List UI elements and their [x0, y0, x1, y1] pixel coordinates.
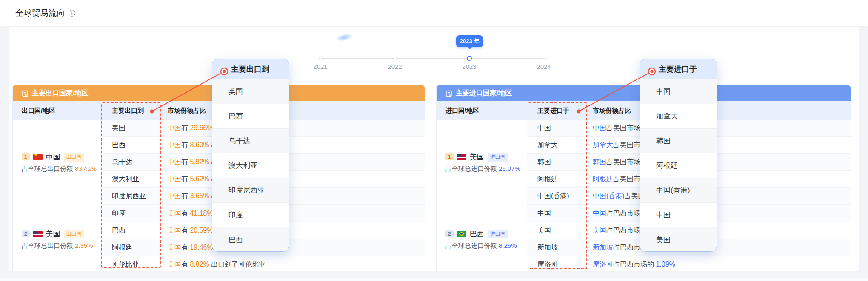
source-cell: 摩洛哥 [527, 260, 587, 269]
list-icon [22, 90, 29, 97]
popup-item[interactable]: 中国(香港) [640, 178, 717, 203]
share-value: 8.26% [499, 242, 517, 249]
import-table-title: 主要进口国家/地区 [456, 89, 512, 98]
destination-cell: 阿根廷 [102, 243, 162, 252]
popup-item[interactable]: 印度 [212, 203, 289, 227]
usa-flag-icon [457, 154, 466, 160]
importer-tag: 进口国 [488, 230, 508, 238]
share-value: 26.07% [499, 165, 520, 172]
source-cell: 中国(香港) [527, 192, 587, 201]
market-share-cell: 加拿大占美国市场的 [587, 141, 851, 150]
slider-stop-2023-active[interactable] [467, 56, 472, 61]
destination-cell: 印度 [102, 209, 162, 218]
global-share-line: 占全球总出口份额83.41% [22, 165, 101, 173]
global-trade-flow-page: { "page": { "title": "全球贸易流向" }, "timeli… [0, 0, 868, 281]
export-table-title: 主要出口国家/地区 [32, 89, 88, 98]
destination-cell: 澳大利亚 [102, 175, 162, 184]
market-share-cell: 阿根廷占美国市场的 [587, 175, 851, 184]
source-cell: 阿根廷 [527, 175, 587, 184]
popup-item[interactable]: 阿根廷 [640, 153, 717, 178]
market-share-cell: 美国有 8.82% 出口到了哥伦比亚 [162, 260, 425, 269]
tooltip-arrow-icon [468, 47, 472, 49]
exporter-tag: 出口国 [64, 230, 84, 238]
exporter-title-line: 1 中国 出口国 [22, 152, 101, 162]
slider-label-2024[interactable]: 2024 [529, 63, 559, 70]
destination-cell: 印度尼西亚 [102, 192, 162, 201]
slider-stop-2024[interactable] [542, 57, 546, 60]
year-tooltip: 2023 年 [456, 35, 483, 47]
col-header-import-from: 主要进口于 [527, 107, 587, 115]
popup-item[interactable]: 加拿大 [640, 104, 717, 129]
slider-label-2022[interactable]: 2022 [380, 63, 410, 70]
popup-item[interactable]: 巴西 [212, 104, 289, 129]
rank-badge: 1 [22, 153, 30, 160]
share-label: 占全球总出口份额 [22, 242, 73, 249]
popup-item[interactable]: 美国 [640, 227, 717, 252]
list-icon [445, 90, 452, 97]
market-share-cell: 美国占巴西市场的 [587, 226, 851, 235]
destination-cell: 巴西 [102, 226, 162, 235]
col-header-market-share: 市场份额占比 [162, 107, 425, 115]
source-cell: 加拿大 [527, 141, 587, 150]
destination-cell: 巴西 [102, 141, 162, 150]
market-share-cell: 新加坡占巴西市场的 [587, 243, 851, 252]
table-row[interactable]: 摩洛哥 摩洛哥占巴西市场的 1.09% [527, 256, 851, 271]
popup-item[interactable]: 巴西 [212, 227, 289, 252]
exporter-info-china: 1 中国 出口国 占全球总出口份额83.41% [13, 120, 102, 205]
country-name: 美国 [470, 152, 484, 162]
section-header: 全球贸易流向 i [0, 0, 868, 27]
exporter-title-line: 2 美国 出口国 [22, 229, 101, 239]
market-share-cell: 美国有 20.59% 出口到了巴西 [162, 226, 425, 235]
popup-item[interactable]: 乌干达 [212, 129, 289, 153]
export-popup-header: 主要出口到 [212, 59, 289, 79]
importer-tag: 进口国 [488, 153, 508, 162]
year-tooltip-text: 2023 年 [460, 37, 480, 45]
importer-info-brazil: 2 巴西 进口国 占全球总进口份额8.26% [437, 205, 527, 271]
rank-badge: 1 [445, 153, 454, 160]
global-share-line: 占全球总进口份额26.07% [445, 165, 527, 173]
source-cell: 韩国 [527, 158, 587, 167]
slider-stop-2022[interactable] [393, 57, 397, 60]
importer-info-usa: 1 美国 进口国 占全球总进口份额26.07% [437, 120, 527, 205]
country-name: 美国 [46, 229, 60, 239]
share-value: 83.41% [75, 165, 97, 172]
table-row[interactable]: 哥伦比亚 美国有 8.82% 出口到了哥伦比亚 [102, 256, 425, 271]
brazil-flag-icon [457, 231, 466, 237]
slider-track[interactable] [320, 58, 544, 59]
usa-flag-icon [33, 231, 43, 237]
destination-cell: 哥伦比亚 [102, 260, 162, 269]
popup-item[interactable]: 中国 [640, 79, 717, 104]
market-share-cell: 韩国占美国市场的 [587, 158, 851, 167]
col-header-exporter: 出口国/地区 [13, 107, 102, 115]
global-share-line: 占全球总进口份额8.26% [445, 242, 527, 250]
col-header-importer: 进口国/地区 [437, 107, 527, 115]
market-share-cell: 中国有 5.62% 出口到了澳大利亚 [162, 175, 425, 184]
popup-item[interactable]: 美国 [212, 79, 289, 104]
market-share-cell: 中国有 29.66% 出口到了美国 [162, 124, 425, 133]
source-cell: 中国 [527, 209, 587, 218]
destination-cell: 乌干达 [102, 158, 162, 167]
slider-label-2021[interactable]: 2021 [306, 63, 335, 70]
import-popup-header: 主要进口于 [640, 59, 717, 79]
share-label: 占全球总进口份额 [445, 165, 497, 172]
bottom-strip [0, 278, 868, 281]
country-name: 中国 [46, 152, 60, 162]
popup-item[interactable]: 澳大利亚 [212, 153, 289, 178]
source-cell: 新加坡 [527, 243, 587, 252]
market-share-cell: 中国(香港)占美国市场的 [587, 192, 851, 201]
market-share-cell: 摩洛哥占巴西市场的 1.09% [587, 260, 851, 269]
info-icon[interactable]: i [69, 10, 75, 17]
slider-stop-2021[interactable] [319, 57, 323, 60]
importer-title-line: 1 美国 进口国 [445, 152, 527, 162]
popup-item[interactable]: 中国 [640, 203, 717, 227]
popup-item[interactable]: 韩国 [640, 129, 717, 153]
source-cell: 美国 [527, 226, 587, 235]
global-share-line: 占全球总出口份额2.35% [22, 242, 101, 250]
market-share-cell: 美国有 19.46% 出口到了阿根廷 [162, 243, 425, 252]
market-share-cell: 中国占美国市场的 [587, 124, 851, 133]
popup-item[interactable]: 印度尼西亚 [212, 178, 289, 203]
share-label: 占全球总进口份额 [445, 242, 497, 249]
exporter-info-usa: 2 美国 出口国 占全球总出口份额2.35% [13, 205, 102, 271]
slider-label-2023[interactable]: 2023 [454, 63, 484, 70]
rank-badge: 2 [445, 230, 454, 237]
